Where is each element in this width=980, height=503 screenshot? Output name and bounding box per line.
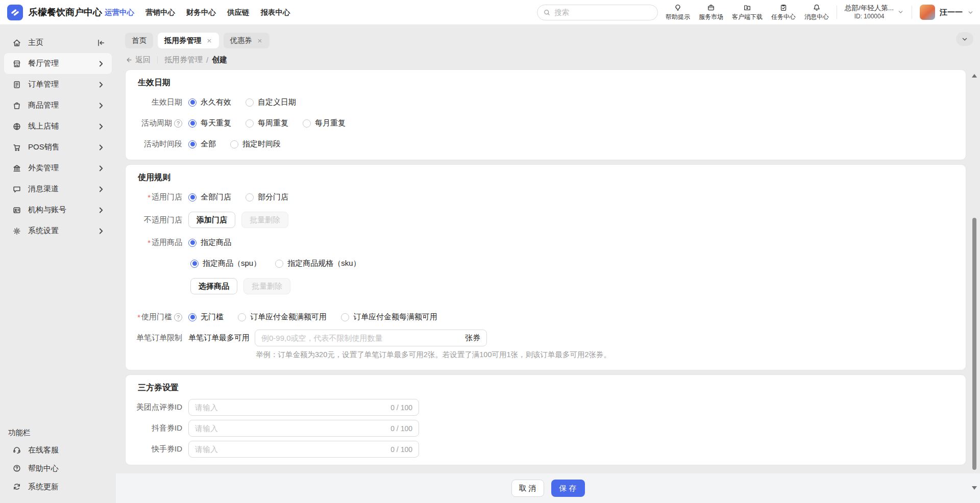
form-row-product-buttons: 选择商品 批量删除 bbox=[126, 274, 966, 298]
nav-supply-chain[interactable]: 供应链 bbox=[227, 8, 250, 17]
app-title: 乐檬餐饮商户中心 bbox=[29, 6, 102, 18]
sidebar-item-product-management[interactable]: 商品管理 bbox=[4, 95, 112, 116]
sidebar-item-label: 主页 bbox=[28, 38, 43, 47]
radio-period-all[interactable]: 全部 bbox=[188, 139, 216, 149]
order-limit-inline-label: 单笔订单最多可用 bbox=[188, 333, 250, 343]
kuaishou-coupon-id-input[interactable] bbox=[195, 445, 386, 454]
breadcrumb-parent[interactable]: 抵用券管理 bbox=[164, 55, 203, 65]
help-icon[interactable]: ? bbox=[174, 313, 182, 321]
choose-product-button[interactable]: 选择商品 bbox=[190, 278, 237, 294]
chevron-right-icon bbox=[96, 185, 106, 194]
order-limit-input[interactable] bbox=[261, 334, 461, 342]
help-tips-button[interactable]: 帮助提示 bbox=[666, 4, 690, 21]
batch-delete-products-button[interactable]: 批量删除 bbox=[243, 278, 290, 294]
org-selector[interactable]: 总部/年轻人第... ID: 100004 bbox=[845, 4, 904, 20]
sidebar-item-system-update[interactable]: 系统更新 bbox=[4, 477, 112, 496]
tab-home[interactable]: 首页 bbox=[125, 33, 153, 48]
sidebar-item-message-channel[interactable]: 消息渠道 bbox=[4, 179, 112, 199]
cancel-button[interactable]: 取 消 bbox=[511, 480, 544, 497]
radio-icon bbox=[238, 313, 246, 321]
radio-icon bbox=[188, 239, 197, 247]
sidebar-item-label: 系统设置 bbox=[28, 226, 59, 236]
breadcrumb-separator: / bbox=[206, 56, 208, 64]
sidebar-item-system-settings[interactable]: 系统设置 bbox=[4, 220, 112, 241]
tab-voucher-management[interactable]: 抵用券管理 bbox=[158, 33, 219, 48]
radio-threshold-full-amount[interactable]: 订单应付金额满额可用 bbox=[238, 312, 327, 322]
task-center-button[interactable]: 任务中心 bbox=[771, 4, 796, 21]
close-icon[interactable] bbox=[206, 38, 212, 44]
vertical-scrollbar[interactable] bbox=[971, 74, 977, 490]
briefcase-icon bbox=[707, 4, 715, 12]
global-search[interactable] bbox=[537, 5, 658, 20]
sidebar-item-label: 帮助中心 bbox=[28, 464, 59, 473]
bank-icon bbox=[12, 164, 21, 173]
radio-product-spu[interactable]: 指定商品（spu） bbox=[190, 259, 261, 268]
sidebar-item-online-support[interactable]: 在线客服 bbox=[4, 441, 112, 459]
sidebar-item-help-center[interactable]: 帮助中心 bbox=[4, 459, 112, 477]
sidebar-item-label: 商品管理 bbox=[28, 100, 59, 110]
kuaishou-coupon-id-field: 0 / 100 bbox=[188, 441, 419, 458]
nav-operations-center[interactable]: 运营中心 bbox=[105, 8, 134, 17]
sidebar-item-pos-sales[interactable]: POS销售 bbox=[4, 137, 112, 158]
form-row-effective-date: 生效日期 永久有效 自定义日期 bbox=[126, 92, 966, 113]
douyin-coupon-id-input[interactable] bbox=[195, 424, 386, 433]
radio-repeat-daily[interactable]: 每天重复 bbox=[188, 118, 231, 128]
nav-report-center[interactable]: 报表中心 bbox=[261, 8, 290, 17]
radio-partial-stores[interactable]: 部分门店 bbox=[246, 192, 288, 202]
radio-label: 每月重复 bbox=[315, 118, 346, 128]
radio-all-stores[interactable]: 全部门店 bbox=[188, 192, 231, 202]
user-menu[interactable]: 汪一一 bbox=[920, 5, 974, 20]
help-icon[interactable]: ? bbox=[174, 119, 182, 128]
collapse-sidebar-icon[interactable] bbox=[96, 38, 106, 47]
scroll-down-arrow-icon[interactable] bbox=[972, 486, 977, 490]
radio-icon bbox=[230, 140, 238, 148]
radio-label: 自定义日期 bbox=[258, 97, 296, 107]
close-icon[interactable] bbox=[257, 38, 263, 44]
scroll-up-arrow-icon[interactable] bbox=[972, 74, 977, 78]
sidebar-item-restaurant-management[interactable]: 餐厅管理 bbox=[4, 53, 112, 74]
radio-specified-products[interactable]: 指定商品 bbox=[188, 238, 231, 247]
nav-marketing-center[interactable]: 营销中心 bbox=[145, 8, 175, 17]
radio-period-specified[interactable]: 指定时间段 bbox=[230, 139, 281, 149]
radio-label: 部分门店 bbox=[258, 192, 288, 202]
chevron-right-icon bbox=[96, 59, 106, 68]
radio-product-sku[interactable]: 指定商品规格（sku） bbox=[275, 259, 360, 268]
form-row-product-level: 指定商品（spu） 指定商品规格（sku） bbox=[126, 253, 966, 274]
form-row-douyin-coupon-id: 抖音券ID 0 / 100 bbox=[126, 418, 966, 439]
message-center-button[interactable]: 消息中心 bbox=[804, 4, 829, 21]
service-market-button[interactable]: 服务市场 bbox=[699, 4, 723, 21]
radio-repeat-weekly[interactable]: 每周重复 bbox=[246, 118, 288, 128]
sidebar-item-home[interactable]: 主页 bbox=[4, 32, 112, 53]
sidebar-item-takeout-management[interactable]: 外卖管理 bbox=[4, 158, 112, 179]
scrollbar-thumb[interactable] bbox=[972, 218, 976, 470]
tab-list-expand-button[interactable] bbox=[956, 32, 973, 46]
sidebar-item-organization-accounts[interactable]: 机构与账号 bbox=[4, 199, 112, 220]
search-input[interactable] bbox=[554, 8, 652, 16]
sidebar-item-online-store[interactable]: 线上店铺 bbox=[4, 116, 112, 137]
radio-custom-date[interactable]: 自定义日期 bbox=[246, 97, 296, 107]
douyin-coupon-id-field: 0 / 100 bbox=[188, 420, 419, 437]
add-store-button[interactable]: 添加门店 bbox=[188, 212, 235, 228]
save-button[interactable]: 保 存 bbox=[551, 480, 585, 497]
sidebar-item-order-management[interactable]: 订单管理 bbox=[4, 74, 112, 95]
batch-delete-stores-button[interactable]: 批量删除 bbox=[241, 212, 288, 228]
main-content: 首页 抵用券管理 优惠券 返回 抵用券管理 / 创建 生效日期 生效日期 bbox=[116, 25, 980, 503]
radio-no-threshold[interactable]: 无门槛 bbox=[188, 312, 224, 322]
section-usage-rules: 使用规则 *适用门店 全部门店 部分门店 不适用门店 添加门店 批量删除 bbox=[125, 164, 966, 370]
client-download-button[interactable]: 客户端下载 bbox=[732, 4, 763, 21]
meituan-coupon-id-input[interactable] bbox=[195, 403, 386, 412]
radio-threshold-every-amount[interactable]: 订单应付金额每满额可用 bbox=[341, 312, 437, 322]
radio-permanent[interactable]: 永久有效 bbox=[188, 97, 231, 107]
org-name: 总部/年轻人第... bbox=[845, 4, 894, 13]
radio-repeat-monthly[interactable]: 每月重复 bbox=[303, 118, 346, 128]
radio-label: 订单应付金额满额可用 bbox=[250, 312, 327, 322]
form-row-activity-cycle: 活动周期? 每天重复 每周重复 每月重复 bbox=[126, 113, 966, 134]
field-label: 不适用门店 bbox=[144, 215, 182, 225]
user-name: 汪一一 bbox=[940, 8, 963, 17]
nav-finance-center[interactable]: 财务中心 bbox=[186, 8, 216, 17]
back-button[interactable]: 返回 bbox=[125, 55, 151, 65]
chevron-right-icon bbox=[96, 122, 106, 131]
form-row-activity-period: 活动时间段 全部 指定时间段 bbox=[126, 134, 966, 155]
tab-coupon[interactable]: 优惠券 bbox=[224, 33, 270, 48]
radio-label: 指定商品（spu） bbox=[203, 259, 261, 268]
